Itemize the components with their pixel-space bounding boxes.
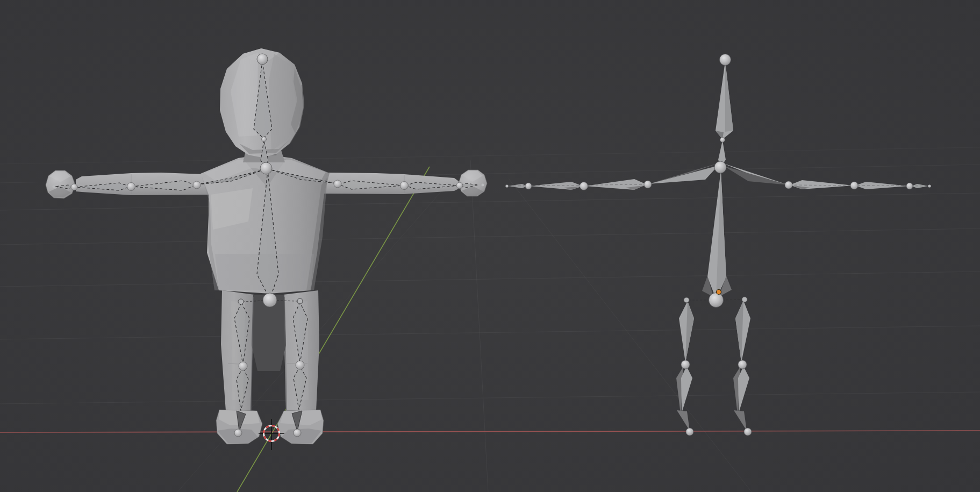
joint-hand-tip-left[interactable] (505, 184, 508, 187)
armature-origin-dot[interactable] (717, 290, 721, 295)
joint-thigh-head-left[interactable] (238, 299, 244, 304)
joint-toe-left[interactable] (686, 428, 693, 436)
joint-thigh-head-right[interactable] (297, 298, 303, 304)
joint-hip[interactable] (709, 293, 724, 308)
joint-thigh-head-right[interactable] (742, 297, 747, 302)
joint-neck[interactable] (720, 138, 725, 142)
joint-elbow-right[interactable] (400, 182, 409, 190)
joint-thigh-head-left[interactable] (684, 297, 689, 303)
joint-hand-tip-right[interactable] (482, 184, 484, 187)
joint-shoulder-left[interactable] (644, 181, 652, 188)
joint-wrist-right[interactable] (456, 182, 463, 189)
joint-wrist-right[interactable] (906, 183, 913, 189)
joint-elbow-left[interactable] (580, 182, 588, 190)
joint-shoulder-right[interactable] (334, 180, 341, 188)
joint-head-tip[interactable] (720, 54, 731, 66)
joint-shoulder-left[interactable] (193, 181, 201, 189)
joint-toe-right[interactable] (744, 428, 752, 436)
joint-shoulder-right[interactable] (785, 181, 792, 189)
joint-chest[interactable] (260, 162, 272, 174)
joint-hand-tip-right[interactable] (928, 184, 931, 187)
background-layer (0, 0, 980, 492)
joint-wrist-left[interactable] (71, 184, 77, 190)
joint-hip[interactable] (263, 293, 277, 307)
joint-knee-left[interactable] (239, 362, 247, 370)
joint-knee-right[interactable] (296, 361, 304, 369)
joint-elbow-left[interactable] (127, 183, 135, 191)
joint-head-tip[interactable] (257, 54, 268, 65)
joint-toe-left[interactable] (234, 429, 242, 437)
blender-3d-viewport (0, 0, 980, 492)
joint-elbow-right[interactable] (850, 182, 858, 189)
joint-knee-left[interactable] (681, 360, 690, 369)
joint-hand-tip-left[interactable] (53, 186, 55, 188)
joint-toe-right[interactable] (294, 429, 301, 437)
joint-neck[interactable] (262, 137, 267, 142)
joint-wrist-left[interactable] (525, 183, 532, 189)
viewport-background (0, 0, 980, 492)
viewport-canvas (0, 0, 980, 492)
joint-chest[interactable] (714, 161, 726, 173)
joint-knee-right[interactable] (738, 360, 747, 369)
